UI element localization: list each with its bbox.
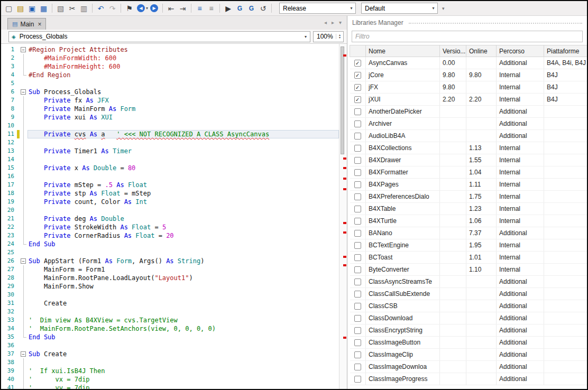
close-icon[interactable]: × (38, 21, 41, 28)
code-line[interactable]: 21 Private deg As Double (1, 215, 339, 223)
library-row[interactable]: ClassCSBAdditional (350, 300, 587, 312)
code-line[interactable]: 40' vx = 7dip (1, 375, 339, 384)
step-icon[interactable]: G (246, 3, 257, 14)
uncomment-icon[interactable]: ≡ (206, 3, 217, 14)
save-icon[interactable]: ▣ (26, 3, 38, 14)
library-row[interactable]: ✓jXUI2.202.20InternalB4J (350, 94, 587, 106)
code-line[interactable]: 35End Sub (1, 333, 339, 341)
library-checkbox[interactable]: ✓ (354, 84, 361, 91)
fold-box[interactable]: − (21, 351, 26, 357)
code-line[interactable]: 27 MainForm = Form1 (1, 265, 339, 274)
bookmark-icon[interactable]: ⚑ (124, 3, 135, 14)
code-line[interactable]: 18 Private stp As Float = mStep (1, 189, 339, 198)
library-checkbox[interactable] (354, 230, 361, 237)
code-line[interactable]: 22 Private StrokeWidth As Float = 5 (1, 223, 339, 231)
library-checkbox[interactable] (354, 169, 361, 176)
library-row[interactable]: ClassImageButtonAdditional (350, 337, 587, 349)
library-online-version[interactable]: 1.95 (466, 239, 497, 252)
code-line[interactable]: 15 Private x As Double = 80 (1, 164, 339, 172)
library-online-version[interactable]: 1.06 (466, 215, 497, 227)
code-line[interactable]: 34' MainForm.RootPane.SetAnchors(view, 0… (1, 324, 339, 333)
code-line[interactable]: 20 (1, 206, 339, 215)
open-project-icon[interactable]: ▤ (15, 3, 26, 14)
library-row[interactable]: ✓jCore9.809.80InternalB4J (350, 69, 587, 81)
library-row[interactable]: ClassDownloadAdditional (350, 312, 587, 324)
code-line[interactable]: 4#End Region (1, 71, 339, 79)
library-checkbox[interactable] (354, 376, 361, 383)
indent-icon[interactable]: ⇥ (177, 3, 188, 14)
library-checkbox[interactable] (354, 327, 361, 334)
library-row[interactable]: B4XPreferencesDialo1.75Internal (350, 191, 587, 203)
fold-box[interactable]: − (21, 89, 26, 95)
code-line[interactable]: 33' Dim view As B4XView = cvs.TargetView (1, 316, 339, 324)
scrollbar-thumb[interactable] (341, 47, 344, 154)
code-line[interactable]: 3 #MainFormHeight: 600 (1, 62, 339, 71)
library-row[interactable]: ClassCallSubExtendeAdditional (350, 288, 587, 300)
column-piattaforme[interactable]: Piattaforme (544, 45, 587, 57)
library-online-version[interactable]: 1.04 (466, 166, 497, 179)
library-checkbox[interactable]: ✓ (354, 72, 361, 79)
code-line[interactable]: 41' vy = 7dip (1, 384, 339, 389)
library-row[interactable]: B4XDrawer1.55Internal (350, 154, 587, 166)
navigate-forward-icon[interactable]: ▶ (150, 4, 158, 12)
library-row[interactable]: B4XTurtle1.06Internal (350, 215, 587, 227)
library-row[interactable]: AudioLibB4AAdditional (350, 130, 587, 142)
debug-icon[interactable]: G (234, 3, 245, 14)
library-row[interactable]: ClassImageDownloaAdditional (350, 361, 587, 373)
column-online[interactable]: Online (466, 45, 497, 57)
tab-scroll-left-icon[interactable]: ◂ (324, 20, 327, 25)
code-line[interactable]: 10 (1, 122, 339, 130)
column-checkbox[interactable] (350, 45, 366, 57)
tab-scroll-right-icon[interactable]: ▸ (332, 20, 334, 25)
code-line[interactable]: 12 (1, 138, 339, 147)
library-online-version[interactable]: 1.10 (466, 264, 497, 276)
code-line[interactable]: 30 (1, 291, 339, 299)
toolbar-overflow-icon[interactable]: ▾ (442, 6, 445, 11)
code-line[interactable]: 8 Private MainForm As Form (1, 105, 339, 113)
code-line[interactable]: 36 (1, 341, 339, 350)
column-percorso[interactable]: Percorso (497, 45, 544, 57)
scope-select[interactable]: ◈ Process_Globals ▾ (8, 31, 310, 42)
build-configuration-select[interactable]: Release ▾ (279, 3, 356, 14)
column-versione[interactable]: Versio... (440, 45, 466, 57)
zoom-spinner[interactable]: ▴ ▾ (336, 34, 343, 39)
library-checkbox[interactable] (354, 364, 361, 370)
library-checkbox[interactable] (354, 339, 361, 346)
code-line[interactable]: 28 MainForm.RootPane.LoadLayout("Layout1… (1, 274, 339, 282)
library-checkbox[interactable] (354, 145, 361, 152)
cut-icon[interactable]: ✂ (67, 3, 78, 14)
code-line[interactable]: 19 Private count, Color As Int (1, 198, 339, 206)
library-row[interactable]: ✓AsyncCanvas0.00AdditionalB4A, B4i, B4J (350, 57, 587, 69)
library-row[interactable]: ClassImageProgressAdditional (350, 373, 587, 385)
library-online-version[interactable]: 7.37 (466, 227, 497, 239)
library-checkbox[interactable] (354, 278, 361, 285)
undo-icon[interactable]: ↶ (95, 3, 106, 14)
redo-icon[interactable]: ↷ (107, 3, 118, 14)
library-online-version[interactable]: 2.20 (466, 94, 497, 106)
library-filter-input[interactable] (352, 31, 583, 42)
code-line[interactable]: 2 #MainFormWidth: 600 (1, 54, 339, 62)
code-line[interactable]: 16 (1, 172, 339, 181)
copy-icon[interactable]: ▥ (78, 3, 89, 14)
code-line[interactable]: 24End Sub (1, 240, 339, 248)
tab-main[interactable]: ▤ Main × (7, 18, 46, 30)
panel-drag-grip[interactable] (409, 23, 582, 24)
fold-box[interactable]: − (21, 258, 26, 264)
library-online-version[interactable]: 9.80 (466, 69, 497, 81)
zoom-select[interactable]: 100% ▴ ▾ (313, 31, 344, 42)
code-line[interactable]: 14 (1, 155, 339, 164)
library-online-version[interactable]: 1.55 (466, 154, 497, 166)
fold-collapse-icon[interactable]: − (20, 350, 27, 358)
code-line[interactable]: 13 Private Timer1 As Timer (1, 147, 339, 155)
code-line[interactable]: 9 Private xui As XUI (1, 113, 339, 122)
run-icon[interactable]: ▶ (223, 3, 234, 14)
library-checkbox[interactable]: ✓ (354, 96, 361, 103)
library-row[interactable]: B4XFormatter1.04Internal (350, 166, 587, 179)
library-row[interactable]: ClassEncryptStringAdditional (350, 324, 587, 337)
comment-icon[interactable]: ≡ (194, 3, 205, 14)
library-row[interactable]: B4XTable1.23Internal (350, 203, 587, 215)
code-line[interactable]: 11 Private cvs As a ' <<< NOT RECOGNIZED… (1, 130, 339, 138)
library-checkbox[interactable] (354, 266, 361, 273)
library-checkbox[interactable] (354, 108, 361, 115)
library-row[interactable]: BANano7.37Additional (350, 227, 587, 239)
